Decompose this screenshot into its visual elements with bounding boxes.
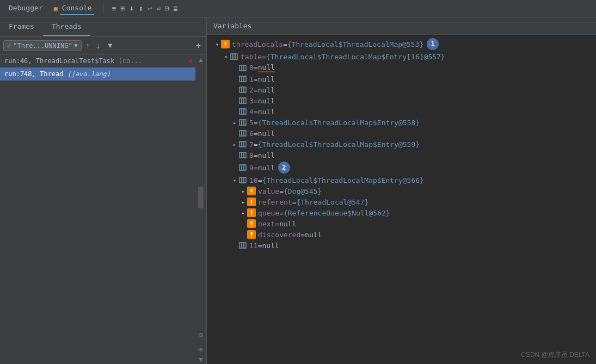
expand-arrow-queue_field[interactable]: ▸ (239, 210, 247, 216)
var-op-idx5: = (254, 119, 258, 127)
var-op-queue_field: = (279, 209, 284, 217)
tree-item-idx7[interactable]: ▸7 = {ThreadLocal$ThreadLocalMap$Entry@5… (207, 139, 596, 150)
field-icon-idx8 (238, 151, 247, 159)
field-icon-threadLocals: f (221, 40, 230, 48)
expand-arrow-threadLocals[interactable]: ▾ (213, 41, 221, 47)
tree-item-idx11[interactable]: 11 = null (207, 240, 596, 251)
var-op-value_field: = (279, 187, 284, 195)
var-name-threadLocals: threadLocals (232, 40, 283, 48)
svg-rect-11 (244, 87, 246, 92)
var-name-idx9: 9 (249, 164, 254, 172)
tree-item-value_field[interactable]: ▸fvalue = {Dog@545} (207, 186, 596, 196)
var-name-table: table (241, 53, 262, 61)
expand-arrow-idx7[interactable]: ▸ (231, 141, 238, 147)
var-op-table: = (262, 53, 266, 61)
scroll-up-btn[interactable]: ▲ (196, 55, 205, 64)
settings-icon[interactable]: ≣ (174, 4, 178, 13)
var-value-idx10: {ThreadLocal$ThreadLocalMap$Entry@566} (262, 176, 423, 184)
expand-arrow-idx10[interactable]: ▾ (231, 177, 238, 183)
field-icon-idx9 (238, 163, 247, 172)
svg-rect-32 (244, 165, 246, 170)
scroll-down-btn[interactable]: ▼ (196, 355, 205, 364)
field-icon-referent_field: f (247, 198, 256, 206)
tree-item-idx9[interactable]: 9 = null2 (207, 161, 596, 175)
up-arrow-button[interactable]: ↑ (84, 40, 92, 51)
thread-dropdown[interactable]: ✔ "Thre...UNNING" ▼ (3, 40, 82, 51)
var-name-queue_field: queue (258, 209, 279, 217)
var-name-idx7: 7 (249, 140, 254, 149)
frame-main: run:46, ThreadLocalTest$Task (co... ➤ ru… (0, 54, 195, 364)
var-name-idx6: 6 (249, 129, 254, 138)
tree-item-idx8[interactable]: 8 = null (207, 150, 596, 161)
tree-item-idx5[interactable]: ▸5 = {ThreadLocal$ThreadLocalMap$Entry@5… (207, 117, 596, 128)
watch-icon[interactable]: 👁 (196, 346, 205, 354)
tree-item-referent_field[interactable]: ▸freferent = {ThreadLocal@547} (207, 196, 596, 207)
svg-rect-5 (244, 65, 246, 71)
expand-arrow-referent_field[interactable]: ▸ (239, 199, 247, 205)
toolbar-icons: ≡ ⊞ ⬇ ⬆ ↩ ⏎ ⊡ ≣ (112, 4, 178, 14)
var-value-next_field: null (279, 220, 296, 228)
svg-rect-35 (244, 177, 246, 183)
tab-frames[interactable]: Frames (0, 18, 43, 36)
tree-item-table[interactable]: ▾table = {ThreadLocal$ThreadLocalMap$Ent… (207, 51, 596, 62)
svg-rect-2 (235, 54, 237, 59)
down-arrow-button[interactable]: ↓ (94, 40, 102, 51)
step-out-icon[interactable]: ↩ (148, 4, 152, 13)
top-toolbar: Debugger ▣ Console ≡ ⊞ ⬇ ⬆ ↩ ⏎ ⊡ ≣ (0, 0, 596, 17)
var-op-next_field: = (275, 220, 279, 228)
field-icon-idx2 (238, 85, 247, 94)
var-op-idx1: = (254, 75, 258, 83)
frame-item-2[interactable]: run:748, Thread (java.lang) (0, 67, 195, 81)
field-icon-next_field: f (247, 219, 256, 228)
tree-item-threadLocals[interactable]: ▾fthreadLocals = {ThreadLocal$ThreadLoca… (207, 37, 596, 51)
tree-item-queue_field[interactable]: ▸fqueue = {ReferenceQueue$Null@562} (207, 207, 596, 218)
svg-rect-29 (244, 152, 246, 158)
var-value-discovered_field: null (305, 231, 322, 239)
field-icon-idx1 (238, 75, 247, 83)
var-op-idx9: = (254, 164, 258, 172)
var-op-idx8: = (254, 151, 258, 159)
tab-console[interactable]: Console (60, 2, 94, 15)
frames-toolbar: ✔ "Thre...UNNING" ▼ ↑ ↓ ▼ + (0, 37, 206, 54)
tree-item-idx10[interactable]: ▾10 = {ThreadLocal$ThreadLocalMap$Entry@… (207, 175, 596, 186)
toolbar-divider (103, 3, 103, 14)
frame-item-1[interactable]: run:46, ThreadLocalTest$Task (co... ➤ (0, 54, 195, 67)
tree-item-next_field[interactable]: fnext = null (207, 218, 596, 229)
step-over-icon[interactable]: ⬇ (129, 4, 134, 14)
var-name-discovered_field: discovered (258, 231, 300, 239)
tab-debugger[interactable]: Debugger (4, 2, 47, 15)
expand-arrow-table[interactable]: ▾ (222, 54, 230, 60)
tree-item-idx1[interactable]: 1 = null (207, 73, 596, 84)
thread-name: "Thre...UNNING" (13, 42, 72, 50)
step-into-icon[interactable]: ⬆ (138, 4, 143, 14)
filter-button[interactable]: ▼ (105, 40, 116, 51)
var-name-idx1: 1 (249, 75, 254, 83)
tree-item-idx2[interactable]: 2 = null (207, 84, 596, 95)
tree-item-idx0[interactable]: 0 = null (207, 62, 596, 73)
badge-2: 2 (278, 162, 290, 174)
tree-item-idx6[interactable]: 6 = null (207, 128, 596, 139)
var-value-idx11: null (262, 242, 279, 250)
tree-item-idx4[interactable]: 4 = null (207, 106, 596, 117)
run-cursor-icon[interactable]: ⏎ (156, 4, 161, 13)
var-value-table: {ThreadLocal$ThreadLocalMap$Entry[16]@55… (266, 53, 445, 61)
var-value-idx3: null (258, 97, 275, 105)
layout-icon[interactable]: ⊞ (120, 4, 125, 13)
svg-rect-26 (244, 141, 246, 147)
add-button[interactable]: + (194, 40, 203, 52)
expand-arrow-idx5[interactable]: ▸ (231, 120, 238, 126)
tab-threads[interactable]: Threads (43, 18, 90, 36)
evaluate-icon[interactable]: ⊡ (165, 4, 169, 13)
dropdown-arrow: ▼ (75, 42, 78, 48)
field-icon-table (230, 52, 238, 61)
badge-1: 1 (427, 38, 439, 50)
expand-arrow-value_field[interactable]: ▸ (239, 188, 247, 194)
var-value-idx7: {ThreadLocal$ThreadLocalMap$Entry@559} (258, 140, 420, 149)
copy-icon[interactable]: ⧉ (196, 330, 205, 339)
var-value-idx0: null (258, 63, 275, 72)
tree-item-idx3[interactable]: 3 = null (207, 95, 596, 106)
tree-item-discovered_field[interactable]: fdiscovered = null (207, 229, 596, 240)
frame-text-1: run:46, ThreadLocalTest$Task (co... (4, 57, 142, 65)
field-icon-idx0 (238, 64, 247, 72)
menu-icon[interactable]: ≡ (112, 4, 116, 13)
